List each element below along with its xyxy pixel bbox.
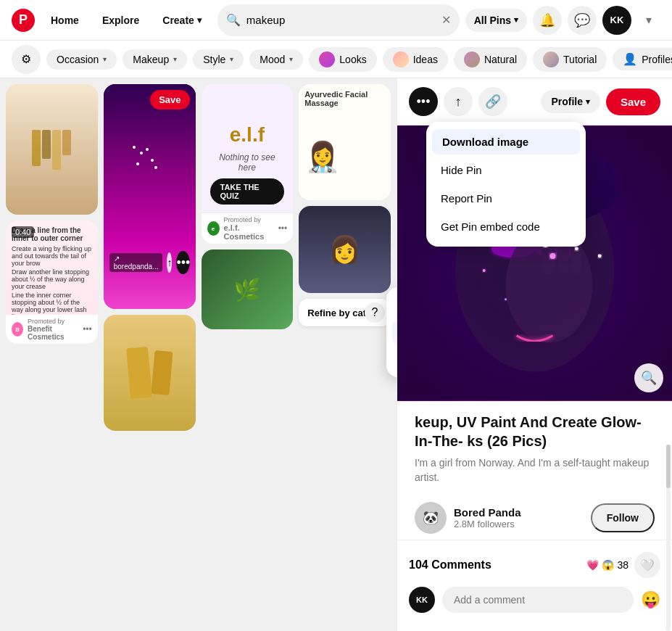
style-filter[interactable]: Style ▾ <box>193 49 244 70</box>
masonry-context-menu: Hide Pin Download image Report Pin <box>386 287 397 377</box>
more-options-icon-1[interactable]: ••• <box>83 324 92 334</box>
reaction-group: 💗 😱 38 <box>586 559 629 571</box>
elf-logo: e <box>207 221 220 236</box>
filter-settings-btn[interactable]: ⚙ <box>12 45 41 74</box>
timer-badge: 0:40 <box>12 226 34 238</box>
all-pins-dropdown[interactable]: All Pins ▾ <box>465 9 527 32</box>
profiles-filter[interactable]: 👤 Profiles <box>613 48 672 70</box>
emoji-picker-btn[interactable]: 😛 <box>641 590 660 609</box>
profile-info: Bored Panda 2.8M followers <box>454 506 584 529</box>
makeup-chevron-icon: ▾ <box>173 55 177 63</box>
detail-hide-pin[interactable]: Hide Pin <box>426 156 586 184</box>
settings-icon: ⚙ <box>21 52 31 66</box>
mood-filter[interactable]: Mood ▾ <box>249 49 303 70</box>
bell-icon: 🔔 <box>539 12 555 28</box>
messages-btn[interactable]: 💬 <box>568 6 597 35</box>
promoted-label-1: Promoted by Benefit Cosmetics <box>28 318 78 341</box>
comments-reactions: 💗 😱 38 🤍 <box>586 552 660 578</box>
pin-detail-panel: ••• ↑ 🔗 Profile ▾ Save Download image Hi… <box>397 78 672 631</box>
detail-embed-code[interactable]: Get Pin embed code <box>426 213 586 241</box>
profile-name: Bored Panda <box>454 506 584 519</box>
follow-btn[interactable]: Follow <box>591 503 655 532</box>
scroll-track[interactable] <box>666 445 671 631</box>
three-dots-icon: ••• <box>417 94 431 110</box>
comment-input[interactable] <box>442 587 634 613</box>
like-btn[interactable]: 🤍 <box>634 552 660 578</box>
masonry-col-3: e.l.f Nothing to see here TAKE THE QUIZ … <box>202 84 294 625</box>
masonry-col-1: Draw a line from the inner to outer corn… <box>6 84 98 625</box>
ideas-filter[interactable]: Ideas <box>383 47 448 72</box>
makeup-filter[interactable]: Makeup ▾ <box>123 49 187 70</box>
share-icon: ↑ <box>455 94 462 110</box>
nav-links: Home Explore Create ▾ <box>41 9 212 32</box>
style-chevron-icon: ▾ <box>230 55 233 63</box>
detail-report-pin[interactable]: Report Pin <box>426 184 586 213</box>
refine-category-card[interactable]: Refine by categ ? <box>299 299 391 326</box>
search-input[interactable] <box>246 14 436 26</box>
pin-card-elf[interactable]: e.l.f Nothing to see here TAKE THE QUIZ … <box>202 84 294 244</box>
hide-pin-option[interactable]: Hide Pin <box>386 293 397 319</box>
more-options-glitter[interactable]: ••• <box>176 251 190 274</box>
looks-filter[interactable]: Looks <box>309 47 376 72</box>
promoted-label-2: Promoted by e.l.f. Cosmetics <box>224 216 274 241</box>
ayurvedic-title: Ayurvedic Facial Massage <box>304 90 385 107</box>
promoted-by-2: e Promoted by e.l.f. Cosmetics ••• <box>202 213 294 244</box>
masonry-col-4: Ayurvedic Facial Massage 👩‍⚕️ 👩 Refine b… <box>299 84 391 625</box>
pin-card-facemask[interactable]: 🌿 <box>202 249 294 329</box>
pin-card-woman-face[interactable]: 👩 <box>299 206 391 293</box>
content-area: Draw a line from the inner to outer corn… <box>0 78 672 631</box>
promoted-by-1: B Promoted by Benefit Cosmetics ••• <box>6 315 98 344</box>
pin-detail-context-menu: Download image Hide Pin Report Pin Get P… <box>426 122 586 247</box>
pin-detail-content: keup, UV Paint And Create Glow-In-The- k… <box>397 401 672 631</box>
filter-bar: ⚙ Occasion ▾ Makeup ▾ Style ▾ Mood ▾ Loo… <box>0 41 672 78</box>
profile-followers: 2.8M followers <box>454 519 584 529</box>
profile-dropdown-btn[interactable]: Profile ▾ <box>541 90 600 113</box>
commenter-avatar: KK <box>409 587 435 613</box>
pin-title: keup, UV Paint And Create Glow-In-The- k… <box>415 413 655 450</box>
share-pin-btn[interactable]: ↑ <box>167 252 172 273</box>
more-options-icon-2[interactable]: ••• <box>278 223 288 234</box>
notifications-btn[interactable]: 🔔 <box>533 6 562 35</box>
home-link[interactable]: Home <box>41 9 89 32</box>
lens-search-btn[interactable]: 🔍 <box>634 363 663 392</box>
shocked-reaction: 😱 <box>602 559 614 571</box>
save-pin-btn[interactable]: Save <box>606 88 660 115</box>
create-menu[interactable]: Create ▾ <box>152 9 212 32</box>
pinterest-logo[interactable]: P <box>12 9 35 32</box>
pin-card-tutorial[interactable]: Draw a line from the inner to outer corn… <box>6 220 98 344</box>
benefit-logo: B <box>12 322 23 337</box>
comments-section: 104 Comments 💗 😱 38 🤍 KK <box>397 540 672 624</box>
link-icon: 🔗 <box>485 94 501 110</box>
pin-description: I'm a girl from Norway. And I'm a self-t… <box>415 456 655 484</box>
pin-content-area: keup, UV Paint And Create Glow-In-The- k… <box>397 401 672 540</box>
profile-row: 🐼 Bored Panda 2.8M followers Follow <box>415 496 655 540</box>
masonry-grid-area: Draw a line from the inner to outer corn… <box>0 78 397 631</box>
occasion-filter[interactable]: Occasion ▾ <box>46 49 117 70</box>
download-image-option[interactable]: Download image <box>392 321 397 344</box>
pin-actions: ••• ↑ 🔗 <box>409 87 507 116</box>
user-avatar-btn[interactable]: KK <box>602 6 631 35</box>
pin-card-glitter-main[interactable]: Save ↗ boredpanda... ↑ ••• <box>104 84 196 309</box>
save-badge-glitter[interactable]: Save <box>150 90 189 110</box>
account-chevron-btn[interactable]: ▾ <box>637 9 660 32</box>
pin-more-btn[interactable]: ••• <box>409 87 438 116</box>
tutorial-filter[interactable]: Tutorial <box>533 47 607 72</box>
scroll-thumb[interactable] <box>666 445 671 488</box>
profile-avatar[interactable]: 🐼 <box>415 502 447 534</box>
masonry-col-2: Save ↗ boredpanda... ↑ ••• Hide Pin Down… <box>104 84 196 625</box>
refine-help-icon[interactable]: ? <box>365 302 385 323</box>
pin-card-shelf[interactable] <box>6 84 98 215</box>
message-icon: 💬 <box>574 12 590 28</box>
natural-filter[interactable]: Natural <box>454 47 527 72</box>
profile-chevron-icon: ▾ <box>586 97 590 107</box>
top-nav: P Home Explore Create ▾ 🔍 ✕ All Pins ▾ 🔔… <box>0 0 672 41</box>
occasion-chevron-icon: ▾ <box>103 55 107 63</box>
search-clear-icon[interactable]: ✕ <box>441 13 451 27</box>
pin-card-ayurvedic[interactable]: Ayurvedic Facial Massage 👩‍⚕️ <box>299 84 391 200</box>
explore-link[interactable]: Explore <box>92 9 149 32</box>
report-pin-option[interactable]: Report Pin <box>386 345 397 371</box>
pin-link-btn[interactable]: 🔗 <box>478 87 507 116</box>
detail-download-image[interactable]: Download image <box>432 129 580 154</box>
pin-card-foundation[interactable] <box>104 315 196 431</box>
pin-share-btn[interactable]: ↑ <box>444 87 473 116</box>
